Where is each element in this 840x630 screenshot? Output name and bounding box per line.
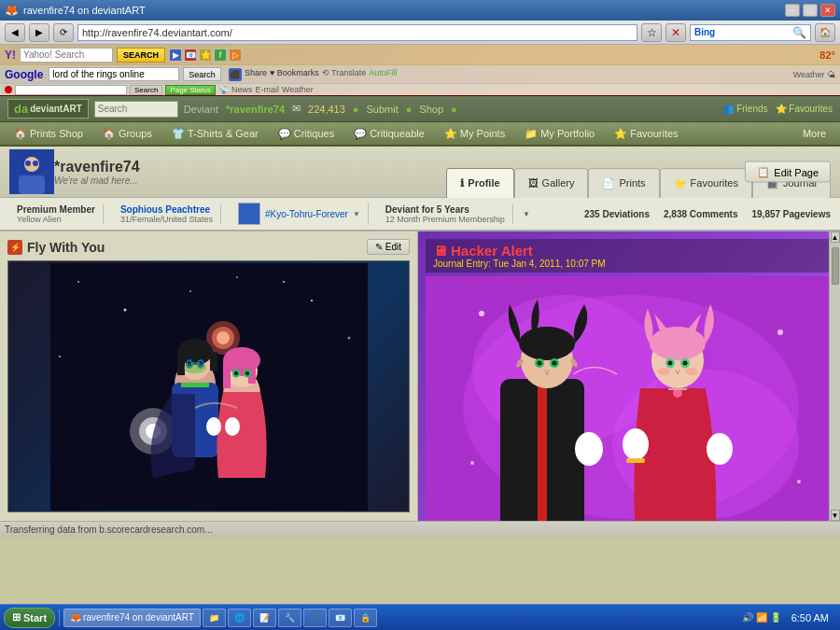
kyo-label[interactable]: #Kyo-Tohru-Forever [265, 209, 348, 219]
deviant-years: Deviant for 5 Years [385, 204, 505, 215]
address-bar[interactable]: http://ravenfire74.deviantart.com/ [77, 24, 637, 41]
rss-icon: 📡 [218, 85, 229, 94]
svg-point-49 [777, 329, 783, 335]
browser-navbar: ◀ ▶ ⟳ http://ravenfire74.deviantart.com/… [0, 21, 840, 45]
maximize-button[interactable]: □ [803, 4, 818, 17]
svg-point-66 [683, 361, 688, 366]
taskbar-item-3[interactable]: 🌐 [228, 609, 251, 627]
da-submit-link[interactable]: Submit [366, 104, 398, 115]
svg-point-6 [77, 281, 79, 283]
minimize-button[interactable]: − [785, 4, 800, 17]
search-button-row3[interactable]: Search [130, 85, 162, 95]
yahoo-search-button[interactable]: SEARCH [117, 48, 165, 63]
taskbar-item-8[interactable]: 🔒 [354, 609, 377, 627]
my-points-button[interactable]: ⭐ My Points [435, 123, 514, 144]
deviant-dropdown-arrow[interactable]: ▼ [523, 210, 530, 218]
groups-button[interactable]: 🏠 Groups [93, 123, 161, 144]
bing-search-bar[interactable]: Bing 🔍 [690, 24, 811, 41]
page-scrollbar: ▲ ▼ [829, 231, 840, 521]
scroll-thumb[interactable] [832, 247, 839, 285]
toolbar-icon-1[interactable]: ▶ [169, 49, 182, 62]
taskbar-item-deviantart[interactable]: 🦊 ravenfire74 on deviantART [63, 609, 201, 627]
tshirts-gear-button[interactable]: 👕 T-Shirts & Gear [162, 123, 268, 144]
journal-title: 🖥 Hacker Alert [433, 243, 825, 259]
bookmark-icon-1[interactable]: ⬛ [229, 68, 242, 81]
refresh-button[interactable]: ⟳ [53, 23, 74, 42]
taskbar-item-4[interactable]: 📝 [253, 609, 276, 627]
forward-button[interactable]: ▶ [29, 23, 49, 42]
taskbar-item-2[interactable]: 📁 [203, 609, 226, 627]
da-deviant-label: Deviant [184, 104, 218, 115]
news-label: News [231, 85, 253, 94]
edit-page-button[interactable]: 📋 Edit Page [745, 161, 831, 183]
da-friends-link[interactable]: 👥 Friends [722, 104, 767, 114]
da-search-input[interactable] [94, 101, 178, 118]
profile-name-area: *ravenfire74 We're al mad here... [54, 159, 427, 186]
yahoo-search-input[interactable] [20, 48, 113, 63]
taskbar-item-7[interactable]: 📧 [329, 609, 352, 627]
close-button[interactable]: ✕ [820, 4, 835, 17]
svg-rect-2 [19, 175, 45, 194]
deviantart-logo[interactable]: da deviantART [7, 99, 89, 119]
scroll-up-button[interactable]: ▲ [831, 231, 840, 243]
home-button[interactable]: 🏠 [815, 23, 835, 42]
tab-profile[interactable]: ℹ Profile [446, 168, 513, 198]
toolbar-icon-3[interactable]: ⭐ [199, 49, 212, 62]
more-button[interactable]: More [793, 123, 835, 144]
critiques-button[interactable]: 💬 Critiques [269, 123, 343, 144]
kyo-dropdown-arrow[interactable]: ▼ [353, 210, 360, 218]
svg-point-68 [685, 368, 698, 375]
tab-prints[interactable]: 📄 Prints [588, 168, 659, 198]
friend-name[interactable]: Sophious Peachtree [120, 204, 213, 215]
toolbar-icon-2[interactable]: 📧 [184, 49, 197, 62]
svg-point-29 [184, 362, 206, 373]
favourites-nav-icon: ⭐ [614, 128, 627, 140]
taskbar-divider [59, 609, 60, 626]
toolbar-icon-4[interactable]: f [214, 49, 227, 62]
taskbar: ⊞ Start 🦊 ravenfire74 on deviantART 📁 🌐 … [0, 604, 840, 630]
svg-rect-53 [538, 379, 547, 521]
stats-section: 235 Deviations 2,838 Comments 19,857 Pag… [584, 209, 831, 219]
network-icon[interactable]: 📶 [756, 612, 767, 623]
da-shop-link[interactable]: Shop [419, 104, 443, 115]
profile-username[interactable]: *ravenfire74 [54, 159, 427, 175]
url-input[interactable] [15, 85, 127, 95]
windows-logo: ⊞ [12, 611, 21, 623]
battery-icon[interactable]: 🔋 [770, 612, 781, 623]
svg-point-55 [519, 327, 575, 360]
taskbar-item-6[interactable]: 🎵 [303, 609, 327, 627]
bookmark-button[interactable]: ☆ [641, 23, 662, 42]
google-search-input[interactable] [49, 67, 179, 81]
back-button[interactable]: ◀ [5, 23, 25, 42]
left-panel: ⚡ Fly With You ✎ Edit [0, 231, 418, 521]
svg-point-58 [538, 361, 542, 366]
critiqueable-button[interactable]: 💬 Critiqueable [344, 123, 434, 144]
taskbar-items: 🦊 ravenfire74 on deviantART 📁 🌐 📝 🔧 🎵 📧 … [63, 609, 740, 627]
tab-gallery[interactable]: 🖼 Gallery [514, 168, 589, 198]
google-search-button[interactable]: Search [183, 67, 221, 81]
prints-shop-button[interactable]: 🏠 Prints Shop [5, 123, 92, 144]
page-status-button[interactable]: Page Status [165, 85, 216, 95]
volume-icon[interactable]: 🔊 [742, 612, 753, 623]
da-nav-right: 👥 Friends ⭐ Favourites [722, 104, 833, 114]
svg-point-72 [707, 433, 733, 465]
artwork-edit-button[interactable]: ✎ Edit [367, 239, 410, 255]
tab-favourites[interactable]: ⭐ Favourites [660, 168, 752, 198]
my-portfolio-button[interactable]: 📁 My Portfolio [515, 123, 604, 144]
taskbar-item-5[interactable]: 🔧 [278, 609, 301, 627]
tshirts-icon: 👕 [172, 128, 185, 140]
bookmark-fill-button[interactable]: ✕ [665, 23, 686, 42]
da-favourites-link[interactable]: ⭐ Favourites [776, 104, 833, 114]
journal-content [426, 276, 833, 521]
scroll-down-button[interactable]: ▼ [831, 510, 840, 521]
svg-rect-73 [626, 458, 645, 463]
critiqueable-icon: 💬 [354, 128, 367, 140]
journal-artwork-svg [426, 276, 833, 521]
svg-point-11 [59, 356, 61, 357]
start-button[interactable]: ⊞ Start [4, 608, 55, 628]
da-messages-icon[interactable]: ✉ [292, 103, 301, 115]
da-username[interactable]: *ravenfire74 [226, 104, 285, 115]
svg-point-13 [283, 281, 285, 283]
toolbar-icon-5[interactable]: ▷ [229, 49, 242, 62]
favourites-nav-button[interactable]: ⭐ Favourites [605, 123, 687, 144]
